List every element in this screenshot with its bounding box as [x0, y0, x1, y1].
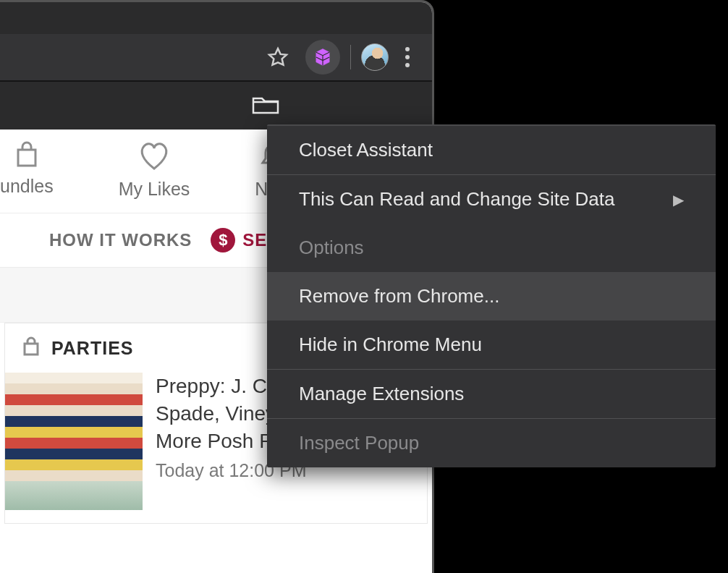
menu-remove-from-chrome[interactable]: Remove from Chrome... [267, 272, 716, 321]
chevron-right-icon: ▶ [673, 191, 684, 208]
parties-title: PARTIES [51, 338, 134, 359]
profile-avatar[interactable] [361, 43, 389, 71]
bookmarks-bar [0, 82, 432, 130]
chrome-menu-icon[interactable] [399, 47, 416, 67]
nav-my-likes-label: My Likes [119, 179, 190, 199]
tab-how-it-works[interactable]: HOW IT WORKS [49, 230, 192, 250]
extension-context-menu: Closet Assistant This Can Read and Chang… [267, 124, 716, 467]
toolbar-divider [350, 45, 351, 69]
tab-strip [0, 2, 432, 34]
nav-my-likes[interactable]: My Likes [103, 130, 206, 213]
menu-manage-extensions[interactable]: Manage Extensions [267, 370, 716, 418]
dollar-icon: $ [211, 228, 235, 252]
heart-icon [119, 140, 190, 174]
extension-button[interactable] [305, 40, 340, 75]
menu-options: Options [267, 224, 716, 272]
menu-title: Closet Assistant [267, 126, 716, 174]
party-thumbnail[interactable] [5, 373, 143, 510]
nav-bundles[interactable]: undles [0, 130, 69, 213]
bookmark-star-icon[interactable] [261, 40, 295, 75]
menu-inspect-popup: Inspect Popup [267, 419, 716, 467]
nav-bundles-label: undles [0, 176, 54, 196]
bag-small-icon [21, 336, 41, 360]
menu-hide[interactable]: Hide in Chrome Menu [267, 321, 716, 369]
bag-icon [0, 140, 54, 171]
screenshot-stage: undles My Likes 59 New HOW IT WO [0, 0, 728, 573]
menu-site-data[interactable]: This Can Read and Change Site Data ▶ [267, 175, 716, 224]
toolbar-row [0, 34, 432, 82]
bookmark-folder-icon[interactable] [251, 93, 280, 118]
